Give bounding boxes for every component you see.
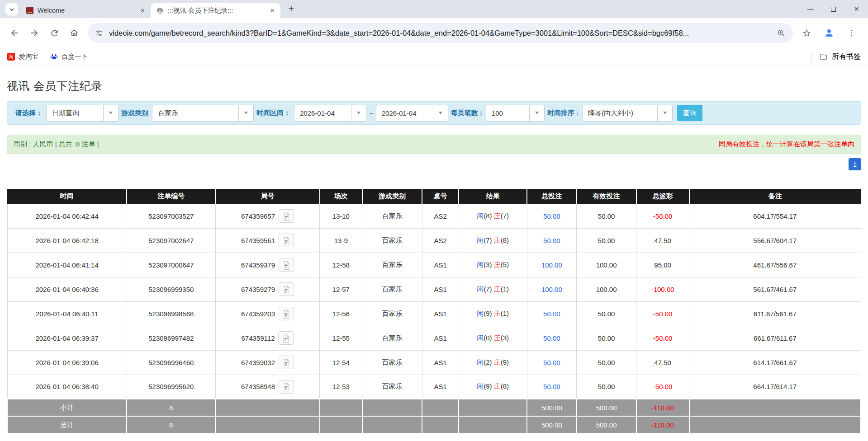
game-kind-select[interactable]: 百家乐: [152, 105, 254, 122]
total-bet-link[interactable]: 50.00: [543, 359, 560, 366]
payout-cell: -50.00: [636, 375, 689, 399]
player-result: 闲: [477, 261, 484, 268]
bookmark-aitaobao[interactable]: 淘 爱淘宝: [7, 52, 38, 61]
maximize-button[interactable]: [822, 0, 845, 18]
home-icon: [69, 28, 79, 38]
browser-menu-button[interactable]: [843, 24, 861, 42]
video-replay-icon: [282, 285, 291, 294]
url-bar[interactable]: videoie.com/game/betrecord_search/kind3?…: [88, 23, 793, 43]
all-bookmarks[interactable]: 所有书签: [811, 52, 861, 62]
round-number: 674359561: [241, 237, 275, 244]
time-cell: 2026-01-04 06:39:06: [7, 350, 127, 375]
forward-button[interactable]: [25, 24, 43, 42]
summary-valid-bet-cell: 500.00: [577, 399, 636, 416]
round-number: 674359032: [241, 359, 275, 366]
time-cell: 2026-01-04 06:40:36: [7, 277, 127, 301]
player-points: (8): [484, 212, 494, 220]
bet-records-table: 时间注单编号局号场次游戏类别桌号结果总投注有效投注总派彩备注 2026-01-0…: [7, 189, 861, 434]
session-cell: 13-10: [320, 204, 362, 228]
table-row: 2026-01-04 06:38:40523096995620674358948…: [7, 375, 861, 399]
video-replay-button[interactable]: [278, 331, 294, 345]
total-bet-link[interactable]: 50.00: [543, 237, 560, 244]
table-no-cell: AS1: [422, 375, 459, 399]
result-cell: 闲(9) 庄(8): [459, 375, 527, 399]
bookmark-baidu[interactable]: 百度一下: [50, 52, 88, 61]
search-button[interactable]: 查询: [677, 105, 702, 121]
round-cell: 674359379: [215, 253, 319, 277]
summary-count-cell: 8: [127, 399, 215, 416]
bookmark-star-button[interactable]: [797, 24, 816, 42]
session-cell: 12-57: [320, 277, 362, 301]
round-cell: 674359279: [215, 277, 319, 301]
total-bet-link[interactable]: 100.00: [541, 261, 562, 269]
total-bet-link[interactable]: 50.00: [543, 212, 560, 220]
video-replay-button[interactable]: [279, 380, 294, 394]
video-replay-icon: [282, 382, 291, 391]
site-settings-tune-icon[interactable]: [95, 29, 104, 38]
result-cell: 闲(0) 庄(3): [459, 326, 527, 350]
date-start-select[interactable]: 2026-01-04: [294, 105, 366, 122]
query-type-select[interactable]: 日期查询: [46, 105, 119, 122]
summary-label-cell: 总计: [7, 416, 127, 433]
table-header-row: 时间注单编号局号场次游戏类别桌号结果总投注有效投注总派彩备注: [7, 189, 861, 204]
banker-result: 庄: [494, 382, 501, 390]
time-cell: 2026-01-04 06:38:40: [7, 375, 127, 399]
column-header: 桌号: [422, 189, 459, 204]
column-header: 注单编号: [127, 189, 215, 204]
page-content: 视讯 会员下注纪录 请选择： 日期查询 游戏类别 百家乐 时间区间： 2026-…: [0, 79, 868, 434]
close-button[interactable]: ✕: [845, 0, 868, 18]
summary-empty-cell: [320, 399, 362, 416]
tab-search-button[interactable]: [5, 3, 18, 16]
game-type-cell: 百家乐: [362, 375, 422, 399]
tab-welcome[interactable]: Welcome ✕: [21, 3, 151, 18]
video-replay-icon: [282, 358, 291, 367]
tab-close-icon[interactable]: ✕: [268, 6, 277, 15]
reload-button[interactable]: [45, 24, 63, 42]
round-number-wrap: 674359561: [241, 234, 294, 247]
time-sort-select[interactable]: 降幂(由大到小): [582, 105, 673, 122]
minimize-button[interactable]: —: [799, 0, 822, 18]
chevron-down-icon: [351, 105, 366, 121]
total-bet-link[interactable]: 100.00: [541, 286, 562, 293]
new-tab-button[interactable]: +: [285, 2, 298, 15]
video-replay-button[interactable]: [279, 209, 294, 223]
game-type-cell: 百家乐: [362, 253, 422, 277]
star-icon: [802, 28, 811, 38]
total-bet-link[interactable]: 50.00: [543, 334, 560, 342]
player-result: 闲: [477, 285, 484, 293]
page-title: 视讯 会员下注纪录: [7, 79, 861, 94]
tab-bet-records[interactable]: :::视讯 会员下注纪录::: ✕: [151, 3, 280, 18]
video-replay-button[interactable]: [279, 282, 294, 296]
total-bet-link[interactable]: 50.00: [543, 383, 560, 390]
total-bet-link[interactable]: 50.00: [543, 310, 560, 318]
table-body: 2026-01-04 06:42:44523097003527674359657…: [7, 204, 861, 399]
video-replay-button[interactable]: [279, 307, 294, 320]
avatar-icon: [824, 28, 835, 38]
back-button[interactable]: [5, 24, 24, 42]
video-replay-icon: [282, 236, 291, 245]
chevron-down-icon: [433, 105, 448, 121]
profile-avatar-button[interactable]: [820, 24, 838, 42]
home-button[interactable]: [65, 24, 83, 42]
per-page-select[interactable]: 100: [486, 105, 545, 122]
video-replay-button[interactable]: [279, 234, 294, 247]
tab-close-icon[interactable]: ✕: [138, 6, 147, 15]
total-bet-cell: 100.00: [527, 253, 576, 277]
note-cell: 664.17/614.17: [689, 375, 861, 399]
video-replay-icon: [282, 309, 291, 319]
video-replay-button[interactable]: [279, 356, 294, 369]
session-cell: 12-56: [320, 301, 362, 326]
column-header: 游戏类别: [362, 189, 422, 204]
game-type-cell: 百家乐: [362, 228, 422, 253]
column-header: 场次: [320, 189, 362, 204]
table-no-cell: AS1: [422, 277, 459, 301]
column-header: 局号: [215, 189, 319, 204]
bookmarks-divider: [811, 52, 811, 62]
result-cell: 闲(7) 庄(8): [459, 228, 527, 253]
date-end-select[interactable]: 2026-01-04: [376, 105, 448, 122]
bet-id-cell: 523096997482: [127, 326, 215, 350]
zoom-icon[interactable]: [777, 28, 786, 38]
video-replay-button[interactable]: [279, 258, 294, 272]
page-button[interactable]: 1: [849, 158, 861, 170]
time-cell: 2026-01-04 06:42:18: [7, 228, 127, 253]
